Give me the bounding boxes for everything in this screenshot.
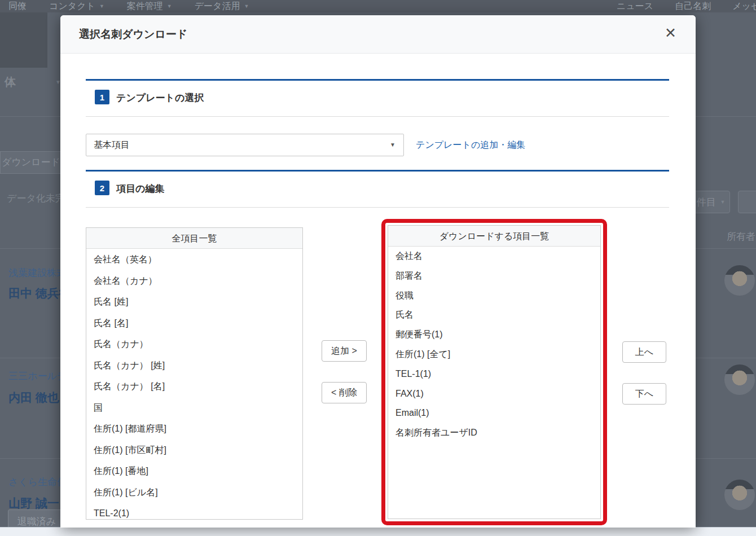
nav-item-colleagues[interactable]: 同僚 [8, 0, 27, 12]
page-bottom-strip [0, 527, 756, 536]
list-item[interactable]: 住所(1) [都道府県] [86, 418, 302, 440]
modal-header: 選択名刺ダウンロード ✕ [60, 15, 696, 54]
list-item[interactable]: 名刺所有者ユーザID [388, 423, 600, 443]
chevron-down-icon: ▼ [720, 199, 726, 205]
avatar [724, 364, 755, 395]
list-item[interactable]: FAX(1) [388, 384, 600, 404]
list-item[interactable]: 氏名 [388, 305, 600, 325]
template-select[interactable]: 基本項目 ▼ [86, 134, 404, 156]
section-accent-line [86, 79, 669, 81]
list-item[interactable]: 氏名（カナ） [姓] [86, 355, 302, 376]
download-modal: 選択名刺ダウンロード ✕ 1 テンプレートの選択 基本項目 ▼ テンプレートの追… [60, 15, 696, 528]
list-item[interactable]: 住所(1) [番地] [86, 460, 302, 482]
list-item[interactable]: 郵便番号(1) [388, 325, 600, 345]
person-link[interactable]: 山野 誠一 [8, 495, 59, 511]
section-number-badge: 2 [95, 181, 109, 195]
list-item[interactable]: TEL-2(1) [86, 503, 302, 520]
download-items-header: ダウンロードする項目一覧 [388, 226, 600, 247]
list-item[interactable]: 住所(1) [全て] [388, 345, 600, 364]
list-item[interactable]: 部署名 [388, 266, 600, 286]
chevron-down-icon: ▼ [244, 0, 249, 12]
close-icon[interactable]: ✕ [665, 25, 676, 41]
nav-item-news[interactable]: ニュース [617, 0, 653, 12]
list-item[interactable]: 住所(1) [ビル名] [86, 482, 302, 503]
download-items-listbox: ダウンロードする項目一覧 会社名 部署名 役職 氏名 郵便番号(1) 住所(1)… [388, 225, 601, 519]
list-item[interactable]: 会社名（カナ） [86, 270, 302, 292]
move-down-button[interactable]: 下へ [622, 383, 666, 405]
modal-title: 選択名刺ダウンロード [79, 27, 187, 42]
all-items-list: 会社名（英名） 会社名（カナ） 氏名 [姓] 氏名 [名] 氏名（カナ） 氏名（… [86, 249, 302, 520]
divider [86, 207, 669, 208]
nav-right-group: ニュース 自己名刺 メッセ [617, 0, 756, 12]
all-items-header: 全項目一覧 [86, 228, 302, 249]
all-items-listbox: 全項目一覧 会社名（英名） 会社名（カナ） 氏名 [姓] 氏名 [名] 氏名（カ… [86, 227, 303, 520]
avatar [724, 265, 755, 296]
background-dark-panel [0, 12, 47, 68]
chevron-down-icon: ▼ [390, 134, 395, 156]
owner-column-header: 所有者 [727, 230, 755, 243]
list-item[interactable]: 国 [86, 397, 302, 419]
list-item[interactable]: TEL-1(1) [388, 364, 600, 384]
company-link[interactable]: さくら生命保 [8, 476, 67, 489]
list-item[interactable]: 氏名 [名] [86, 313, 302, 334]
pagination-button[interactable] [738, 191, 756, 213]
company-link[interactable]: 浅葉建設株式 [8, 266, 66, 279]
avatar [724, 480, 755, 510]
list-item[interactable]: 氏名（カナ） [名] [86, 376, 302, 397]
list-item[interactable]: 氏名（カナ） [86, 333, 302, 355]
nav-item-contacts[interactable]: コンタクト▼ [49, 0, 104, 12]
download-items-list: 会社名 部署名 役職 氏名 郵便番号(1) 住所(1) [全て] TEL-1(1… [388, 247, 600, 519]
section-title-items: 項目の編集 [116, 182, 164, 195]
add-button[interactable]: 追加 > [322, 340, 367, 362]
top-navigation: 同僚 コンタクト▼ 案件管理▼ データ活用▼ ニュース 自己名刺 メッセ [0, 0, 756, 12]
nav-left-group: 同僚 コンタクト▼ 案件管理▼ データ活用▼ [8, 0, 249, 12]
app-screen: 同僚 コンタクト▼ 案件管理▼ データ活用▼ ニュース 自己名刺 メッセ 体 ▼… [0, 0, 756, 536]
nav-item-messages[interactable]: メッセ [732, 0, 756, 12]
template-add-edit-link[interactable]: テンプレートの追加・編集 [416, 139, 525, 151]
section-title-template: テンプレートの選択 [116, 91, 204, 104]
section-accent-line [86, 170, 669, 172]
list-item[interactable]: 役職 [388, 286, 600, 306]
download-button[interactable]: ダウンロード [0, 151, 67, 174]
person-link[interactable]: 内田 徹也 [8, 390, 59, 406]
tab-not-digitized[interactable]: データ化未完 [7, 192, 65, 205]
scope-filter-label[interactable]: 体 [5, 74, 16, 90]
chevron-down-icon: ▼ [167, 0, 172, 12]
section-number-badge: 1 [95, 90, 109, 104]
list-item[interactable]: 氏名 [姓] [86, 291, 302, 313]
nav-item-data-use[interactable]: データ活用▼ [195, 0, 249, 12]
nav-item-deals[interactable]: 案件管理▼ [127, 0, 172, 12]
move-up-button[interactable]: 上へ [622, 341, 666, 363]
company-link[interactable]: 三三ホールデ [8, 370, 67, 383]
nav-item-my-card[interactable]: 自己名刺 [675, 0, 711, 12]
page-size-dropdown[interactable]: 件目 ▼ [692, 191, 730, 213]
list-item[interactable]: 住所(1) [市区町村] [86, 440, 302, 461]
list-item[interactable]: 会社名（英名） [86, 249, 302, 270]
highlight-red-box: ダウンロードする項目一覧 会社名 部署名 役職 氏名 郵便番号(1) 住所(1)… [381, 219, 607, 525]
divider [86, 116, 669, 117]
list-item[interactable]: 会社名 [388, 247, 600, 266]
remove-button[interactable]: < 削除 [322, 382, 367, 403]
chevron-down-icon: ▼ [99, 0, 104, 12]
list-item[interactable]: Email(1) [388, 403, 600, 423]
